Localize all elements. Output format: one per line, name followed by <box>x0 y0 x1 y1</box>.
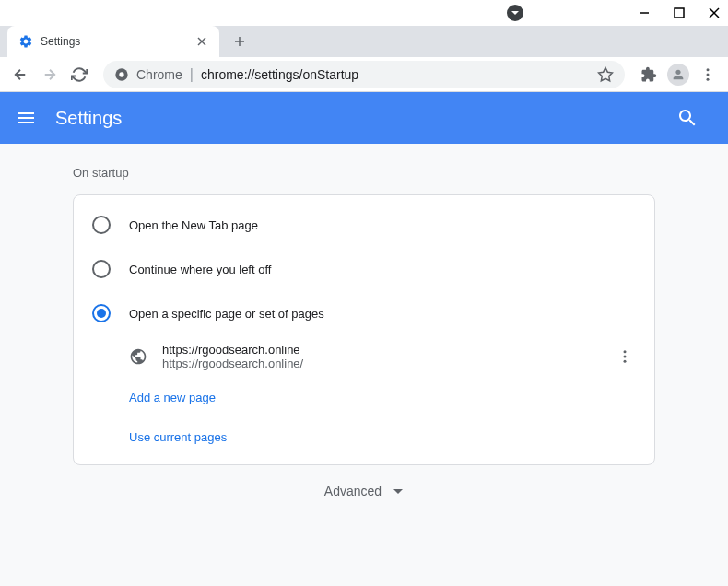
back-button[interactable] <box>7 62 33 88</box>
profile-avatar[interactable] <box>665 62 691 88</box>
settings-header: Settings <box>0 92 728 144</box>
svg-point-14 <box>624 350 627 353</box>
radio-label: Open a specific page or set of pages <box>129 307 324 321</box>
radio-label: Open the New Tab page <box>129 218 258 232</box>
radio-new-tab[interactable]: Open the New Tab page <box>74 203 654 247</box>
startup-card: Open the New Tab page Continue where you… <box>73 194 655 465</box>
dropdown-pill[interactable] <box>507 5 523 21</box>
chevron-down-icon <box>393 486 404 497</box>
svg-point-13 <box>707 77 710 80</box>
radio-label: Continue where you left off <box>129 263 271 276</box>
section-title: On startup <box>73 166 655 180</box>
advanced-toggle[interactable]: Advanced <box>73 465 655 517</box>
page-more-button[interactable] <box>614 346 636 368</box>
advanced-label: Advanced <box>324 484 382 498</box>
radio-continue[interactable]: Continue where you left off <box>74 247 654 291</box>
new-tab-button[interactable] <box>227 29 252 54</box>
radio-icon <box>92 216 111 234</box>
use-current-pages-link[interactable]: Use current pages <box>74 417 654 457</box>
toolbar: Chrome | chrome://settings/onStartup <box>0 57 728 92</box>
minimize-button[interactable] <box>638 6 651 19</box>
bookmark-star-icon[interactable] <box>597 66 614 83</box>
close-tab-icon[interactable] <box>195 35 208 48</box>
svg-point-16 <box>624 360 627 363</box>
forward-button[interactable] <box>37 62 63 88</box>
add-page-link[interactable]: Add a new page <box>74 378 654 417</box>
radio-icon <box>92 260 111 278</box>
url-path: chrome://settings/onStartup <box>201 67 358 82</box>
maximize-button[interactable] <box>673 6 686 19</box>
extensions-icon[interactable] <box>636 62 662 88</box>
settings-gear-icon <box>18 34 33 49</box>
page-info: https://rgoodsearch.online https://rgood… <box>162 343 614 370</box>
tab-title: Settings <box>41 35 188 48</box>
close-window-button[interactable] <box>708 6 721 19</box>
window-controls <box>0 0 728 26</box>
radio-specific-pages[interactable]: Open a specific page or set of pages <box>74 291 654 335</box>
page-url: https://rgoodsearch.online/ <box>162 357 614 370</box>
content-area[interactable]: On startup Open the New Tab page Continu… <box>0 144 728 586</box>
startup-page-entry: https://rgoodsearch.online https://rgood… <box>74 335 654 378</box>
svg-marker-10 <box>599 67 613 80</box>
settings-page-title: Settings <box>55 108 676 129</box>
radio-icon <box>92 304 111 322</box>
url-divider: | <box>190 66 194 83</box>
svg-point-15 <box>624 356 627 358</box>
globe-icon <box>129 347 147 366</box>
chrome-icon <box>114 67 129 82</box>
svg-point-12 <box>707 73 710 76</box>
svg-point-9 <box>119 72 123 76</box>
reload-button[interactable] <box>66 62 92 88</box>
svg-rect-1 <box>675 8 684 18</box>
browser-tab[interactable]: Settings <box>7 26 219 57</box>
url-prefix: Chrome <box>136 67 182 82</box>
hamburger-menu-icon[interactable] <box>15 107 37 129</box>
more-menu-icon[interactable] <box>695 62 721 88</box>
tab-strip: Settings <box>0 26 728 57</box>
svg-point-11 <box>707 68 710 71</box>
search-icon[interactable] <box>676 107 699 129</box>
page-title: https://rgoodsearch.online <box>162 343 614 357</box>
address-bar[interactable]: Chrome | chrome://settings/onStartup <box>103 61 625 88</box>
